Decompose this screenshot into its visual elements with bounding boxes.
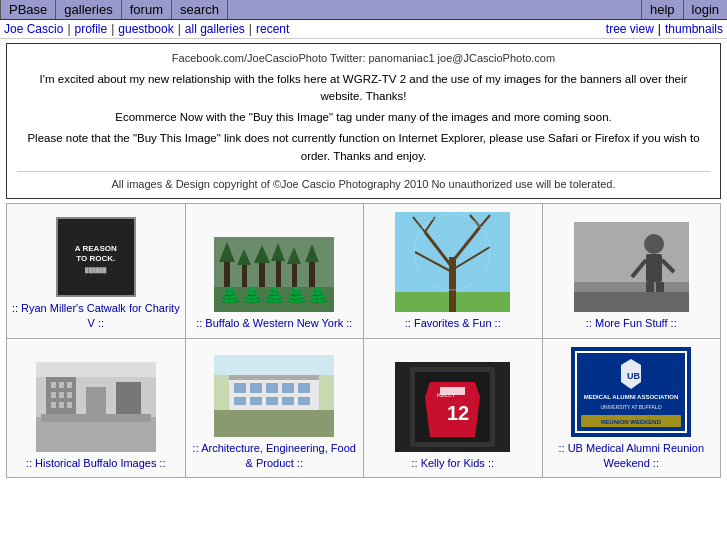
svg-rect-60 [234,397,246,405]
gallery-thumb-8: UB MEDICAL ALUMNI ASSOCIATION UNIVERSITY… [571,347,691,437]
notice-text-2: Ecommerce Now with the "Buy this Image" … [17,109,710,126]
gallery-label-5: :: Historical Buffalo Images :: [26,456,166,471]
svg-rect-59 [298,383,310,393]
svg-rect-61 [250,397,262,405]
gallery-cell-7[interactable]: 12 KELLY :: Kelly for Kids :: [364,339,543,479]
nav-help[interactable]: help [641,0,683,19]
poster-image: A REASONTO ROCK. ██████ [56,217,136,297]
twitter-line: Facebook.com/JoeCascioPhoto Twitter: pan… [17,50,710,67]
top-nav-right: help login [641,0,727,19]
svg-point-28 [644,234,664,254]
gallery-cell-4[interactable]: :: More Fun Stuff :: [543,204,722,338]
svg-rect-29 [646,254,662,282]
nav-galleries[interactable]: galleries [56,0,121,19]
svg-rect-45 [59,402,64,408]
second-nav-right: tree view | thumbnails [606,22,723,36]
svg-rect-8 [276,257,281,287]
svg-rect-57 [266,383,278,393]
gallery-label-8: :: UB Medical Alumni Reunion Weekend :: [547,441,717,472]
svg-text:KELLY: KELLY [437,392,455,398]
gallery-thumb-2 [214,237,334,312]
svg-rect-43 [67,392,72,398]
second-navigation: Joe Cascio | profile | guestbook | all g… [0,20,727,39]
svg-text:MEDICAL ALUMNI ASSOCIATION: MEDICAL ALUMNI ASSOCIATION [584,394,679,400]
notice-text-3: Please note that the "Buy This Image" li… [17,130,710,165]
gallery-cell-3[interactable]: :: Favorites & Fun :: [364,204,543,338]
top-nav-left: PBase galleries forum search [0,0,228,19]
svg-rect-56 [250,383,262,393]
svg-rect-42 [59,392,64,398]
gallery-grid: A REASONTO ROCK. ██████ :: Ryan Miller's… [6,203,721,478]
gallery-thumb-4 [574,222,689,312]
svg-text:UNIVERSITY AT BUFFALO: UNIVERSITY AT BUFFALO [601,404,662,410]
svg-rect-0 [214,237,334,312]
gallery-label-2: :: Buffalo & Western New York :: [196,316,352,331]
gallery-thumb-5 [36,362,156,452]
svg-text:REUNION WEEKEND: REUNION WEEKEND [601,419,662,425]
svg-rect-34 [574,292,689,312]
gallery-thumb-6 [214,355,334,437]
svg-rect-6 [259,259,265,287]
svg-rect-48 [116,382,141,417]
svg-rect-1 [214,287,334,312]
svg-rect-47 [86,387,106,417]
gallery-label-4: :: More Fun Stuff :: [586,316,677,331]
svg-rect-58 [282,383,294,393]
svg-rect-12 [309,258,315,287]
second-nav-left: Joe Cascio | profile | guestbook | all g… [4,22,289,36]
copyright-text: All images & Design copyright of ©Joe Ca… [17,171,710,193]
svg-rect-41 [51,392,56,398]
svg-rect-52 [214,410,334,437]
svg-rect-46 [67,402,72,408]
svg-text:12: 12 [447,402,469,424]
gallery-cell-5[interactable]: :: Historical Buffalo Images :: [7,339,186,479]
nav-pbase[interactable]: PBase [0,0,56,19]
gallery-cell-2[interactable]: :: Buffalo & Western New York :: [186,204,365,338]
svg-rect-38 [51,382,56,388]
gallery-cell-6[interactable]: :: Architecture, Engineering, Food & Pro… [186,339,365,479]
svg-rect-65 [214,355,334,375]
gallery-label-7: :: Kelly for Kids :: [411,456,494,471]
svg-rect-63 [282,397,294,405]
svg-text:UB: UB [627,371,640,381]
svg-rect-36 [36,417,156,452]
svg-rect-40 [67,382,72,388]
gallery-thumb-1: A REASONTO ROCK. ██████ [56,217,136,297]
svg-rect-44 [51,402,56,408]
svg-rect-10 [292,261,297,287]
gallery-label-1: :: Ryan Miller's Catwalk for Charity V :… [11,301,181,332]
top-navigation: PBase galleries forum search help login [0,0,727,20]
gallery-label-3: :: Favorites & Fun :: [405,316,501,331]
nav-forum[interactable]: forum [122,0,172,19]
svg-rect-39 [59,382,64,388]
view-tree[interactable]: tree view [606,22,654,36]
username: Joe Cascio [4,22,63,36]
svg-rect-54 [229,375,319,380]
nav-search[interactable]: search [172,0,228,19]
svg-rect-50 [41,414,151,422]
svg-rect-55 [234,383,246,393]
nav-recent[interactable]: recent [256,22,289,36]
svg-rect-4 [242,262,247,287]
nav-all-galleries[interactable]: all galleries [185,22,245,36]
gallery-cell-1[interactable]: A REASONTO ROCK. ██████ :: Ryan Miller's… [7,204,186,338]
trees-image [214,237,334,312]
nav-login[interactable]: login [683,0,727,19]
nav-guestbook[interactable]: guestbook [118,22,173,36]
svg-rect-49 [36,362,156,377]
view-thumbnails[interactable]: thumbnails [665,22,723,36]
gallery-label-6: :: Architecture, Engineering, Food & Pro… [190,441,360,472]
notice-text-1: I'm excited about my new relationship wi… [17,71,710,106]
svg-rect-62 [266,397,278,405]
gallery-thumb-3 [395,212,510,312]
svg-rect-64 [298,397,310,405]
notice-box: Facebook.com/JoeCascioPhoto Twitter: pan… [6,43,721,199]
gallery-cell-8[interactable]: UB MEDICAL ALUMNI ASSOCIATION UNIVERSITY… [543,339,722,479]
gallery-thumb-7: 12 KELLY [395,362,510,452]
nav-profile[interactable]: profile [75,22,108,36]
